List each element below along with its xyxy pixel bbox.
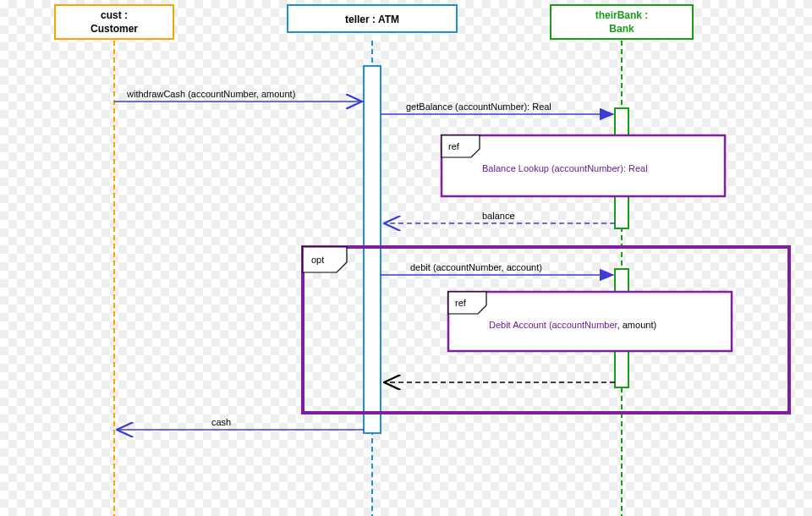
lifeline-header-atm: teller : ATM [288, 5, 457, 32]
lifeline-header-customer: cust : Customer [55, 5, 173, 39]
msg-getbalance-label: getBalance (accountNumber): Real [406, 102, 551, 112]
lifeline-header-bank: theirBank : Bank [551, 5, 693, 39]
bank-name: theirBank : [595, 9, 649, 21]
ref-balance-lookup-tag: ref [448, 141, 460, 151]
sequence-diagram: cust : Customer teller : ATM theirBank :… [0, 0, 812, 516]
ref-debit-account-title: Debit Account (accountNumber, amount) [489, 320, 656, 330]
msg-debit-label: debit (accountNumber, account) [410, 262, 542, 272]
atm-name: teller : ATM [345, 14, 399, 25]
ref-balance-lookup-title: Balance Lookup (accountNumber): Real [482, 163, 648, 173]
customer-role: Customer [91, 23, 138, 35]
activation-atm [364, 66, 381, 433]
customer-name: cust : [101, 9, 128, 21]
bank-role: Bank [609, 23, 634, 35]
msg-balance-label: balance [482, 211, 515, 221]
ref-debit-account-tag: ref [455, 298, 467, 308]
msg-withdrawcash-label: withdrawCash (accountNumber, amount) [126, 89, 295, 99]
ref-balance-lookup: ref Balance Lookup (accountNumber): Real [442, 135, 725, 196]
fragment-opt-label: opt [311, 255, 324, 265]
msg-cash-label: cash [211, 417, 231, 427]
ref-debit-account: ref Debit Account (accountNumber, amount… [448, 292, 732, 351]
